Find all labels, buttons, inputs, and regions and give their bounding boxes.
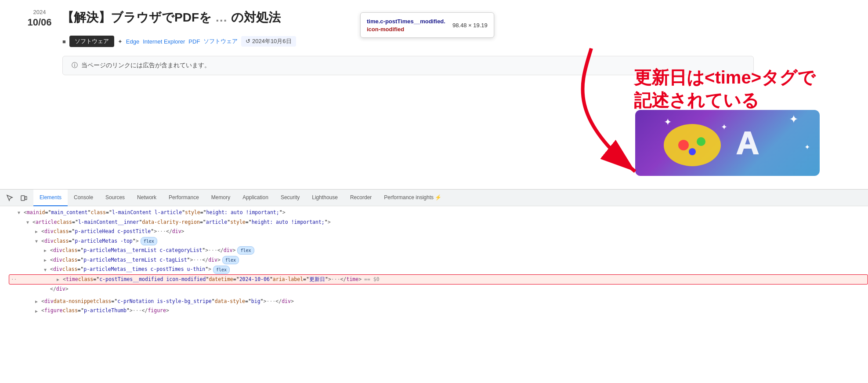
expand-arrow[interactable]: ▼ — [35, 237, 41, 245]
tag-icon-pin: ✦ — [118, 38, 123, 45]
tooltip-dimensions: 98.48 × 19.19 — [452, 22, 488, 29]
tab-performance[interactable]: Performance — [163, 190, 205, 206]
page-content: time.c-postTimes__modified. icon-modifie… — [0, 0, 868, 189]
device-toolbar-icon[interactable] — [18, 192, 30, 204]
dots-indicator: ·· — [11, 275, 17, 284]
annotation-arrow — [556, 44, 679, 185]
element-tooltip: time.c-postTimes__modified. icon-modifie… — [360, 12, 494, 38]
flex-badge[interactable]: flex — [213, 266, 230, 274]
notice-icon: ⓘ — [72, 62, 78, 69]
tag-ie[interactable]: Internet Explorer — [143, 38, 185, 45]
svg-point-2 — [678, 140, 689, 150]
devtools-icons — [4, 192, 30, 204]
flex-badge[interactable]: flex — [222, 256, 239, 264]
expand-arrow[interactable]: ▶ — [35, 307, 41, 315]
flex-badge[interactable]: flex — [237, 246, 254, 255]
svg-text:A: A — [736, 125, 759, 160]
svg-text:✦: ✦ — [804, 143, 810, 151]
article-date: 2024 10/06 — [26, 9, 53, 29]
tab-network[interactable]: Network — [131, 190, 163, 206]
svg-text:✦: ✦ — [721, 123, 727, 131]
tab-lighthouse[interactable]: Lighthouse — [306, 190, 344, 206]
dom-line-times[interactable]: ▼ <div class="p-articleMetas__times c-po… — [9, 265, 868, 274]
tag-icon-folder: ■ — [62, 38, 66, 45]
expand-arrow[interactable]: ▶ — [57, 276, 63, 283]
inspect-icon[interactable] — [4, 192, 16, 204]
dom-line-main[interactable]: ▼ <main id="main_content" class="l-mainC… — [9, 208, 868, 218]
dom-line-close-div[interactable]: </div> — [9, 285, 868, 294]
expand-arrow[interactable]: ▶ — [44, 256, 50, 264]
tab-sources[interactable]: Sources — [99, 190, 131, 206]
tooltip-element-name: time.c-postTimes__modified. icon-modifie… — [367, 17, 445, 33]
dom-line-prnotation[interactable]: ▶ <div data-nosnippet class="c-prNotatio… — [9, 297, 868, 306]
tab-elements[interactable]: Elements — [33, 190, 68, 206]
dom-line-time-highlighted[interactable]: ·· ▶ <time class="c-postTimes__modified … — [9, 274, 868, 285]
svg-rect-10 — [21, 196, 25, 201]
tab-recorder[interactable]: Recorder — [344, 190, 378, 206]
devtools-panel: Elements Console Sources Network Perform… — [0, 189, 868, 383]
tab-application[interactable]: Application — [236, 190, 275, 206]
devtools-toolbar: Elements Console Sources Network Perform… — [0, 190, 868, 206]
svg-rect-11 — [25, 197, 27, 200]
notice-text: 当ページのリンクには広告が含まれています。 — [81, 62, 210, 69]
tag-edge[interactable]: Edge — [126, 38, 139, 45]
expand-arrow[interactable]: ▼ — [44, 266, 50, 274]
expand-arrow[interactable]: ▶ — [35, 298, 41, 305]
tab-memory[interactable]: Memory — [205, 190, 236, 206]
tab-console[interactable]: Console — [68, 190, 99, 206]
expand-arrow[interactable]: ▶ — [35, 228, 41, 235]
dom-line-tag-list[interactable]: ▶ <div class="p-articleMetas__termList c… — [9, 255, 868, 265]
svg-point-3 — [697, 137, 705, 146]
tab-performance-insights[interactable]: Performance insights ⚡ — [378, 190, 448, 206]
dom-line-term-category[interactable]: ▶ <div class="p-articleMetas__termList c… — [9, 246, 868, 255]
tag-software[interactable]: ソフトウェア — [69, 36, 114, 47]
dom-line-figure[interactable]: ▶ <figure class="p-articleThumb" > ··· <… — [9, 306, 868, 316]
dom-line-div-head[interactable]: ▶ <div class="p-articleHead c-postTitle"… — [9, 227, 868, 237]
svg-text:✦: ✦ — [789, 113, 799, 126]
svg-point-4 — [689, 148, 696, 155]
tab-security[interactable]: Security — [275, 190, 306, 206]
tag-pdf[interactable]: PDF — [188, 38, 200, 45]
dom-line-article[interactable]: ▼ <article class="l-mainContent__inner" … — [9, 218, 868, 227]
flex-badge[interactable]: flex — [141, 237, 157, 245]
tag-date: ↺ 2024年10月6日 — [241, 36, 296, 47]
tag-software-link[interactable]: ソフトウェア — [203, 37, 238, 45]
expand-arrow[interactable]: ▼ — [18, 209, 24, 216]
expand-arrow[interactable]: ▼ — [26, 219, 33, 226]
dom-tree[interactable]: ▼ <main id="main_content" class="l-mainC… — [0, 206, 868, 383]
dom-line-div-metas[interactable]: ▼ <div class="p-articleMetas -top" > fle… — [9, 237, 868, 246]
expand-arrow[interactable]: ▶ — [44, 247, 50, 254]
